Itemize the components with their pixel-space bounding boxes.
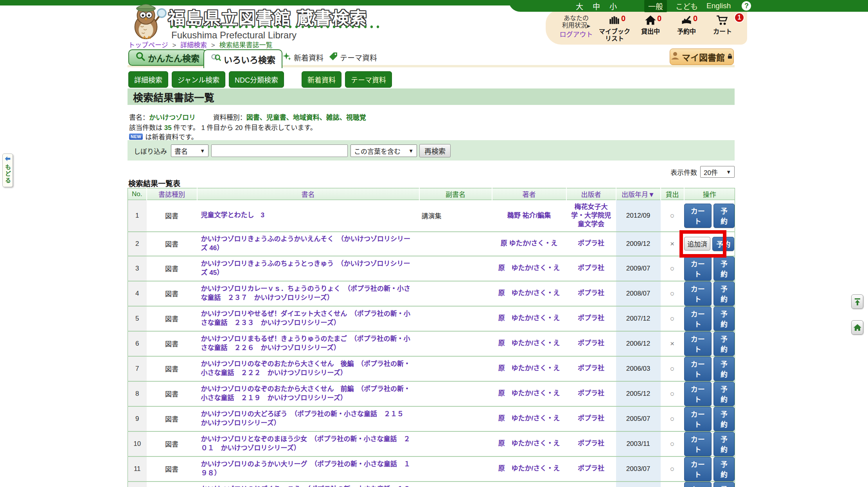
author-link[interactable]: 原 ゆたか/さく・え <box>498 339 560 347</box>
mode-english[interactable]: English <box>706 2 731 10</box>
author-link[interactable]: 原 ゆたか/さく・え <box>498 314 560 322</box>
display-count-select[interactable]: 20件▼ <box>700 166 735 178</box>
result-title-link[interactable]: かいけつゾロリまもるぜ！きょうりゅうのたまご （ポプラ社の新・小さな童話 ２２６… <box>201 335 410 352</box>
subtitle-cell <box>419 381 492 406</box>
theme-materials-button[interactable]: テーマ資料 <box>345 71 392 88</box>
reserve-button[interactable]: 予約 <box>713 204 735 228</box>
font-size-large[interactable]: 大 <box>576 1 583 11</box>
cart-button[interactable]: カート <box>684 204 712 228</box>
result-title-link[interactable]: かいけつゾロリのようかい大リーグ （ポプラ社の新・小さな童話 １９８） <box>201 460 411 477</box>
genre-search-button[interactable]: ジャンル検索 <box>172 71 225 88</box>
author-link[interactable]: 原 ゆたか/さく・え <box>498 415 560 422</box>
reserve-button[interactable]: 予約 <box>713 482 735 487</box>
font-size-small[interactable]: 小 <box>609 1 617 11</box>
column-header-publish-date[interactable]: 出版年月▼ <box>616 188 661 200</box>
publisher-link[interactable]: ポプラ社 <box>578 390 604 397</box>
author-link[interactable]: 原 ゆたか/さく・え <box>498 289 560 297</box>
reserve-button[interactable]: 予約 <box>713 357 735 381</box>
author-link[interactable]: 原 ゆたか/さく・え <box>501 240 557 247</box>
author-link[interactable]: 原 ゆたか/さく・え <box>498 390 560 397</box>
column-header-material-type[interactable]: 書誌種別 <box>147 188 197 200</box>
column-header-publisher[interactable]: 出版者 <box>566 188 616 200</box>
subtitle-cell <box>419 306 492 331</box>
publisher-link[interactable]: ポプラ社 <box>578 364 604 372</box>
cart-button[interactable]: カート <box>684 256 712 281</box>
font-size-medium[interactable]: 中 <box>593 1 600 11</box>
tab-theme-materials[interactable]: テーマ資料 <box>329 52 377 63</box>
cart-button[interactable]: カート <box>684 307 712 331</box>
breadcrumb-detail-search-link[interactable]: 詳細検索 <box>180 41 207 49</box>
publisher-link[interactable]: ポプラ社 <box>578 240 604 247</box>
author-link[interactable]: 原 ゆたか/さく・え <box>498 364 560 372</box>
cart-button[interactable]: カート <box>684 357 712 381</box>
reserve-button[interactable]: 予約 <box>713 281 735 306</box>
search-again-button[interactable]: 再検索 <box>419 144 451 157</box>
result-title-link[interactable]: かいけつゾロリの大どろぼう （ポプラ社の新・小さな童話 ２１５ かいけつゾロリシ… <box>201 410 411 427</box>
logout-link[interactable]: ログアウト <box>560 31 593 39</box>
your-status-label[interactable]: あなたの 利用状況▶ <box>556 15 597 29</box>
cart-button[interactable]: カート <box>684 407 712 431</box>
publisher-link[interactable]: ポプラ社 <box>578 440 604 447</box>
publisher-link[interactable]: ポプラ社 <box>578 264 604 272</box>
publisher-link[interactable]: ポプラ社 <box>578 465 604 472</box>
reserve-button[interactable]: 予約 <box>713 256 735 281</box>
tab-easy-search[interactable]: かんたん検索 <box>128 49 207 66</box>
result-title-link[interactable]: かいけつゾロリカレーｖｓ．ちょうのうりょく （ポプラ社の新・小さな童話 ２３７ … <box>201 285 411 301</box>
cart-status-button[interactable]: 1 カート <box>704 14 740 35</box>
cart-button[interactable]: カート <box>684 281 712 306</box>
detail-search-button[interactable]: 詳細検索 <box>128 71 168 88</box>
mode-kids[interactable]: こども <box>676 1 698 11</box>
author-link[interactable]: 原 ゆたか/さく・え <box>498 440 560 447</box>
result-title-link[interactable]: かいけつゾロリやせるぜ！ダイエット大さくせん （ポプラ社の新・小さな童話 ２３３… <box>201 310 410 326</box>
tab-various-search[interactable]: いろいろ検索 <box>203 49 282 68</box>
on-loan-button[interactable]: 0 貸出中 <box>633 14 669 35</box>
result-title-link[interactable]: 児童文学とわたし 3 <box>201 211 264 219</box>
reserve-button[interactable]: 予約 <box>713 407 735 431</box>
tab-new-materials[interactable]: 新着資料 <box>282 52 323 63</box>
result-title-link[interactable]: かいけつゾロリきょうふのようかいえんそく （かいけつゾロリシリーズ 46） <box>201 235 411 252</box>
column-header-title[interactable]: 書名 <box>197 188 419 200</box>
reserve-button[interactable]: 予約 <box>712 237 734 251</box>
scroll-to-top-button[interactable] <box>851 294 863 309</box>
new-materials-button[interactable]: 新着資料 <box>302 71 341 88</box>
reserve-button[interactable]: 予約 <box>713 382 735 406</box>
publisher-link[interactable]: 梅花女子大学・大学院児童文学会 <box>571 203 611 228</box>
cart-button[interactable]: カート <box>684 382 712 406</box>
author-link[interactable]: 原 ゆたか/さく・え <box>498 264 560 272</box>
column-header-author[interactable]: 著者 <box>492 188 566 200</box>
publisher-link[interactable]: ポプラ社 <box>578 339 604 347</box>
publisher-link[interactable]: ポプラ社 <box>578 289 604 297</box>
added-to-cart-button[interactable]: 追加済 <box>684 237 710 251</box>
back-button[interactable]: もどる <box>2 153 13 187</box>
reserve-button[interactable]: 予約 <box>713 432 735 456</box>
result-title-link[interactable]: かいけつゾロリのなぞのおたから大さくせん 前編 （ポプラ社の新・小さな童話 ２１… <box>201 385 411 402</box>
reserve-button[interactable]: 予約 <box>713 457 735 481</box>
breadcrumb-top-link[interactable]: トップページ <box>128 41 168 49</box>
result-title-link[interactable]: かいけつゾロリとなぞのまほう少女 （ポプラ社の新・小さな童話 ２０１ かいけつゾ… <box>201 435 410 452</box>
home-button[interactable] <box>851 320 863 335</box>
my-booklist-button[interactable]: 0 マイブックリスト <box>597 14 633 42</box>
author-link[interactable]: 原 ゆたか/さく・え <box>498 465 560 472</box>
publisher-link[interactable]: ポプラ社 <box>578 314 604 322</box>
ndc-search-button[interactable]: NDC分類検索 <box>229 71 284 88</box>
reserved-button[interactable]: 0 予約中 <box>669 14 704 35</box>
reserve-button[interactable]: 予約 <box>713 332 735 356</box>
my-library-button[interactable]: マイ図書館 <box>670 49 734 65</box>
refine-field-select[interactable]: 書名▼ <box>171 144 208 157</box>
refine-match-select[interactable]: この言葉を含む▼ <box>350 144 417 157</box>
cart-button[interactable]: カート <box>684 432 712 456</box>
cart-button[interactable]: カート <box>684 332 712 356</box>
refine-keyword-input[interactable] <box>211 144 348 157</box>
result-title-link[interactable]: かいけつゾロリのじごくりょこう （ポプラ社の新・小さな童話 １９０） <box>201 485 411 487</box>
publish-date-cell: 2005/12 <box>616 381 661 406</box>
help-icon[interactable]: ? <box>742 1 751 11</box>
cart-button[interactable]: カート <box>684 482 712 487</box>
cart-button[interactable]: カート <box>684 457 712 481</box>
result-title-link[interactable]: かいけつゾロリきょうふのちょうとっきゅう （かいけつゾロリシリーズ 45） <box>201 260 410 276</box>
author-link[interactable]: 鵜野 祐介/編集 <box>507 212 551 219</box>
breadcrumb: トップページ > 詳細検索 > 検索結果書誌一覧 <box>128 40 272 49</box>
reserve-button[interactable]: 予約 <box>713 307 735 331</box>
publisher-link[interactable]: ポプラ社 <box>578 415 604 422</box>
result-title-link[interactable]: かいけつゾロリのなぞのおたから大さくせん 後編 （ポプラ社の新・小さな童話 ２２… <box>201 360 411 377</box>
mode-general[interactable]: 一般 <box>644 0 667 12</box>
